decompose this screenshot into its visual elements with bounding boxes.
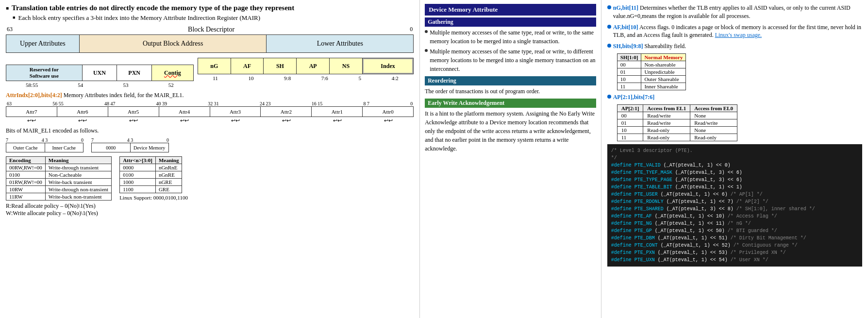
upper-bit-labels: 58:55 54 53 52 bbox=[6, 81, 194, 88]
rw-notes: R:Read allocate policy – 0(No)\1(Yes) W:… bbox=[6, 202, 414, 217]
subtitle-text: Each block entry specifies a 3-bit index… bbox=[18, 14, 260, 22]
mair-tables-row: 7 4 3 0 Outer Cache Inner Cache 7 4 3 0 bbox=[6, 137, 414, 201]
table-row: 01RW,RW!=00Write-back transient bbox=[6, 179, 112, 186]
enc-tables-row: EncodingMeaning 00RW,RW!=00Write-through… bbox=[6, 156, 188, 201]
index-cell: Index bbox=[363, 58, 413, 74]
encoding-table: EncodingMeaning 00RW,RW!=00Write-through… bbox=[6, 156, 112, 201]
table-row: 1000nGRE bbox=[120, 179, 182, 186]
bd-output-addr: Output Block Address bbox=[80, 35, 267, 52]
mair-left: 7 4 3 0 Outer Cache Inner Cache 7 4 3 0 bbox=[6, 137, 188, 201]
attr-boxes: Attr7 Attr6 Attr5 Attr4 Attr3 Attr2 Attr… bbox=[6, 106, 414, 117]
code-line-1: #define PTE_VALID (_AT(pteval_t, 1) << 0… bbox=[611, 162, 858, 169]
code-section: /* Level 3 descriptor (PTE). */ #define … bbox=[607, 144, 862, 267]
outer-cache-box: Outer Cache bbox=[6, 143, 45, 152]
gathering-content: Multiple memory accesses of the same typ… bbox=[425, 28, 596, 73]
dm-boxes: 0000 Device Memory bbox=[91, 143, 169, 152]
code-line-5: #define PTE_USER (_AT(pteval_t, 1) << 6)… bbox=[611, 191, 858, 198]
attr-indx-section: AttrIndx[2:0],bits[4:2] Memory Attribute… bbox=[6, 92, 414, 124]
ns-cell: NS bbox=[330, 58, 363, 74]
table-row: 00RW,RW!=00Write-through transient bbox=[6, 164, 112, 171]
af-bullet-dot bbox=[607, 25, 611, 29]
lower-cells: nG AF SH AP NS Index bbox=[198, 58, 414, 74]
left-panel: Translation table entries do not directl… bbox=[0, 0, 420, 318]
device-memory-title: Device Memory Attribute bbox=[425, 4, 596, 16]
attr3: Attr3 bbox=[210, 107, 261, 117]
contig-cell: Contig bbox=[152, 65, 193, 81]
title-text: Translation table entries do not directl… bbox=[12, 4, 294, 12]
uxn-cell: UXN bbox=[83, 65, 117, 81]
code-line-14: #define PTE_UXN (_AT(pteval_t, 1) << 54)… bbox=[611, 256, 858, 264]
sh-cell: SH bbox=[264, 58, 297, 74]
table-row: 0000nGnRnE bbox=[120, 164, 182, 171]
expanded-attrs: Reserved forSoftware use UXN PXN Contig … bbox=[6, 57, 414, 88]
bd-lower-attrs: Lower Attributes bbox=[267, 35, 413, 52]
pxn-cell: PXN bbox=[117, 65, 152, 81]
dm-bit-labels: 7 4 3 0 bbox=[91, 137, 169, 143]
attr-table: Attr<n>[3:0]Meaning 0000nGnRnE 0100nGnRE… bbox=[119, 156, 182, 193]
table-row: 11RWWrite-back non-transient bbox=[6, 193, 112, 201]
reserved-cell: Reserved forSoftware use bbox=[6, 65, 83, 81]
gathering-bullet-1: Multiple memory accesses of the same typ… bbox=[425, 28, 596, 46]
oi-boxes: Outer Cache Inner Cache bbox=[6, 143, 83, 152]
linux-support-note: Linux Support: 0000,0100,1100 bbox=[119, 195, 188, 201]
lower-bits-expanded: nG AF SH AP NS Index 11 10 9:8 7:6 5 4:2 bbox=[198, 57, 414, 88]
sh-text: SH,bits[9:8] Shareability field. bbox=[613, 42, 686, 50]
sh-entry: SH,bits[9:8] Shareability field. bbox=[607, 42, 862, 50]
table-row: 10 Read-only None bbox=[617, 126, 737, 134]
code-line-7: #define PTE_SHARED (_AT(pteval_t, 3) << … bbox=[611, 205, 858, 213]
code-line-13: #define PTE_PXN (_AT(pteval_t, 1) << 53)… bbox=[611, 249, 858, 256]
attr6: Attr6 bbox=[57, 107, 108, 117]
code-line-3: #define PTE_TYPE_PAGE (_AT(pteval_t, 3) … bbox=[611, 176, 858, 184]
ng-cell: nG bbox=[198, 58, 231, 74]
table-row: 0100Non-Cacheable bbox=[6, 171, 112, 179]
ap-text: AP[2:1],bits[7:6] bbox=[613, 93, 655, 101]
bd-upper-attrs: Upper Attributes bbox=[6, 35, 80, 52]
table-row: 11 Read-only Read-only bbox=[617, 134, 737, 141]
af-cell: AF bbox=[231, 58, 264, 74]
table-row: 10 Outer Shareable bbox=[617, 75, 686, 83]
table-row: 01 Read/write Read/write bbox=[617, 119, 737, 126]
code-line-6: #define PTE_RDONLY (_AT(pteval_t, 1) << … bbox=[611, 198, 858, 205]
table-row: 1100GRE bbox=[120, 186, 182, 193]
bd-bit-range: 63 Block Descriptor 0 bbox=[6, 26, 414, 33]
dm-device-box: Device Memory bbox=[131, 143, 169, 152]
table-row: 00 Read/write None bbox=[617, 112, 737, 119]
code-line-12: #define PTE_CONT (_AT(pteval_t, 1) << 52… bbox=[611, 242, 858, 249]
attr7: Attr7 bbox=[6, 107, 57, 117]
attr-table-container: Attr<n>[3:0]Meaning 0000nGnRnE 0100nGnRE… bbox=[119, 156, 188, 201]
ng-bullet-dot bbox=[607, 5, 611, 9]
code-line-9: #define PTE_NG (_AT(pteval_t, 1) << 11) … bbox=[611, 220, 858, 227]
bd-boxes: Upper Attributes Output Block Address Lo… bbox=[6, 34, 414, 53]
ap-cell: AP bbox=[297, 58, 330, 74]
attr-arrows: ↩↩ ↩↩ ↩↩ ↩↩ ↩↩ ↩↩ ↩↩ ↩↩ bbox=[6, 117, 414, 124]
attr4: Attr4 bbox=[159, 107, 210, 117]
bd-high-bit: 63 bbox=[7, 26, 13, 33]
attr-indx-blue: AttrIndx[2:0],bits[4:2] bbox=[6, 92, 62, 99]
bd-title: Block Descriptor bbox=[188, 26, 234, 33]
right-panel: nG,bit[11] Determines whether the TLB en… bbox=[601, 0, 868, 318]
upper-cells: Reserved forSoftware use UXN PXN Contig bbox=[6, 65, 194, 81]
code-comment: /* Level 3 descriptor (PTE). bbox=[611, 147, 858, 154]
af-text: AF,bit[10] Access flags. 0 indicates a p… bbox=[613, 23, 862, 40]
code-line-2: #define PTE_TYEF_MASK (_AT(pteval_t, 3) … bbox=[611, 169, 858, 176]
attr1: Attr1 bbox=[312, 107, 363, 117]
outer-inner-diagram: 7 4 3 0 Outer Cache Inner Cache bbox=[6, 137, 83, 152]
ap-entry: AP[2:1],bits[7:6] bbox=[607, 93, 862, 101]
mair-text: Bits of MAIR_EL1 encoded as follows. bbox=[6, 127, 414, 134]
ewa-header: Early Write Acknowledgement bbox=[425, 99, 596, 108]
attr2: Attr2 bbox=[261, 107, 312, 117]
table-row: 10RWWrite-through non-transient bbox=[6, 186, 112, 193]
reorder-header: Reordering bbox=[425, 76, 596, 85]
gathering-header: Gathering bbox=[425, 17, 596, 27]
gathering-bullet-2: Multiple memory accesses of the same typ… bbox=[425, 47, 596, 73]
ewa-content: It is a hint to the platform memory syst… bbox=[425, 109, 596, 153]
attr5: Attr5 bbox=[108, 107, 159, 117]
middle-panel: Device Memory Attribute Gathering Multip… bbox=[420, 0, 601, 318]
code-line-4: #define PTE_TABLE_BIT (_AT(pteval_t, 1) … bbox=[611, 184, 858, 191]
device-memory-diagram: 7 4 3 0 0000 Device Memory bbox=[91, 137, 169, 152]
main-title: Translation table entries do not directl… bbox=[6, 4, 414, 12]
table-row: 11 Inner Shareable bbox=[617, 83, 686, 90]
ap-bullet-dot bbox=[607, 95, 611, 99]
upper-bits-expanded: Reserved forSoftware use UXN PXN Contig … bbox=[6, 57, 198, 88]
code-line-10: #define PTE_GP (_AT(pteval_t, 1) << 50) … bbox=[611, 227, 858, 234]
